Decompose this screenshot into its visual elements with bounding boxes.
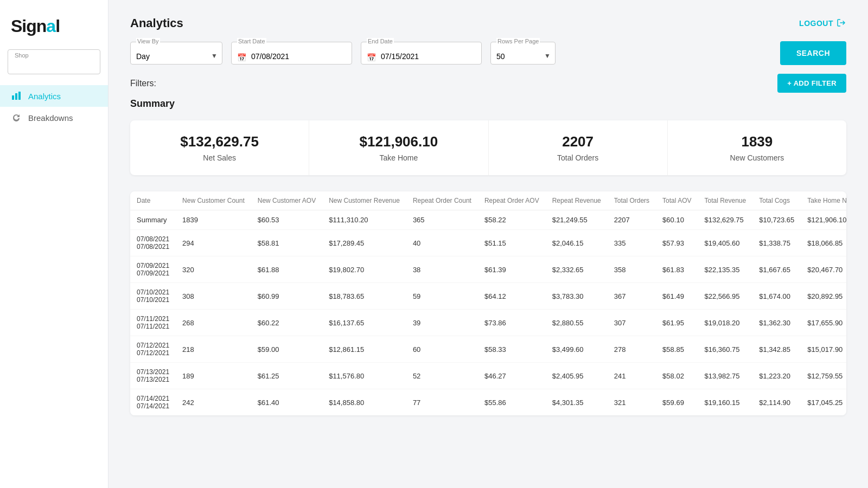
logo: Signal — [11, 16, 60, 36]
col-new-customer-revenue: New Customer Revenue — [322, 191, 406, 210]
cell-ncaov: $58.81 — [251, 230, 322, 256]
filters-row: Filters: + ADD FILTER — [130, 74, 846, 93]
cell-date: 07/13/202107/13/2021 — [130, 363, 176, 389]
kpi-net-sales-label: Net Sales — [141, 153, 298, 162]
cell-ncr: $19,802.70 — [322, 256, 406, 283]
cell-roaov: $46.27 — [478, 363, 546, 389]
cell-tr: $19,160.15 — [698, 389, 752, 416]
cell-ncaov: $61.40 — [251, 389, 322, 416]
cell-tc: $1,342.85 — [752, 336, 801, 363]
cell-roc: 365 — [406, 210, 478, 230]
cell-ncc: 320 — [176, 256, 251, 283]
cell-date: 07/09/202107/09/2021 — [130, 256, 176, 283]
end-date-input[interactable] — [381, 50, 476, 61]
cell-thnr: $18,066.85 — [801, 230, 846, 256]
shop-input[interactable] — [14, 59, 94, 70]
table-body: Summary1839$60.53$111,310.20365$58.22$21… — [130, 210, 846, 416]
logout-label: LOGOUT — [799, 19, 833, 28]
col-total-orders: Total Orders — [608, 191, 656, 210]
kpi-new-customers-value: 1839 — [679, 133, 835, 150]
sidebar-item-analytics[interactable]: Analytics — [0, 85, 108, 107]
kpi-new-customers: 1839 New Customers — [668, 120, 846, 175]
cell-to: 335 — [608, 230, 656, 256]
cell-roaov: $64.12 — [478, 283, 546, 310]
svg-rect-2 — [18, 92, 21, 100]
cell-roc: 52 — [406, 363, 478, 389]
cell-ncaov: $60.22 — [251, 310, 322, 336]
cell-rr: $2,405.95 — [546, 363, 608, 389]
col-total-cogs: Total Cogs — [752, 191, 801, 210]
cell-tc: $1,667.65 — [752, 256, 801, 283]
cell-tc: $1,674.00 — [752, 283, 801, 310]
cell-taov: $60.10 — [656, 210, 698, 230]
cell-taov: $58.85 — [656, 336, 698, 363]
refresh-icon — [11, 112, 22, 123]
kpi-total-orders-value: 2207 — [500, 133, 656, 150]
view-by-select[interactable]: Day Week Month — [136, 50, 216, 61]
cell-date: 07/08/202107/08/2021 — [130, 230, 176, 256]
cell-to: 278 — [608, 336, 656, 363]
col-new-customer-count: New Customer Count — [176, 191, 251, 210]
col-take-home-net-revenue: Take Home Net Revenue — [801, 191, 846, 210]
cell-tc: $1,362.30 — [752, 310, 801, 336]
cell-ncaov: $59.00 — [251, 336, 322, 363]
cell-taov: $61.49 — [656, 283, 698, 310]
kpi-total-orders-label: Total Orders — [500, 153, 656, 162]
cell-rr: $21,249.55 — [546, 210, 608, 230]
data-table: Date New Customer Count New Customer AOV… — [130, 191, 846, 415]
table-row: 07/14/202107/14/2021242$61.40$14,858.807… — [130, 389, 846, 416]
sidebar-item-breakdowns[interactable]: Breakdowns — [0, 107, 108, 129]
cell-tc: $1,338.75 — [752, 230, 801, 256]
end-date-label: End Date — [367, 38, 394, 44]
start-date-field: Start Date 📅 — [231, 42, 352, 65]
cell-roc: 60 — [406, 336, 478, 363]
cell-rr: $2,880.55 — [546, 310, 608, 336]
col-new-customer-aov: New Customer AOV — [251, 191, 322, 210]
start-date-calendar-icon: 📅 — [237, 53, 246, 62]
cell-ncaov: $61.88 — [251, 256, 322, 283]
cell-to: 358 — [608, 256, 656, 283]
logout-button[interactable]: LOGOUT — [799, 18, 846, 29]
svg-rect-0 — [12, 95, 14, 100]
logo-area: Signal — [0, 11, 108, 49]
rows-per-page-label: Rows Per Page — [496, 38, 540, 44]
table-row: 07/11/202107/11/2021268$60.22$16,137.653… — [130, 310, 846, 336]
end-date-calendar-icon: 📅 — [367, 53, 376, 62]
cell-rr: $2,046.15 — [546, 230, 608, 256]
rows-per-page-select[interactable]: 10 25 50 100 — [496, 50, 550, 61]
cell-tc: $10,723.65 — [752, 210, 801, 230]
cell-roc: 40 — [406, 230, 478, 256]
sidebar-nav: Analytics Breakdowns — [0, 85, 108, 129]
cell-thnr: $17,045.25 — [801, 389, 846, 416]
end-date-field: End Date 📅 — [361, 42, 482, 65]
col-repeat-order-count: Repeat Order Count — [406, 191, 478, 210]
sidebar: Signal Shop Analytics Breakdowns — [0, 0, 108, 488]
cell-ncaov: $61.25 — [251, 363, 322, 389]
cell-ncaov: $60.53 — [251, 210, 322, 230]
cell-ncr: $16,137.65 — [322, 310, 406, 336]
cell-ncc: 308 — [176, 283, 251, 310]
cell-thnr: $20,467.70 — [801, 256, 846, 283]
cell-date: Summary — [130, 210, 176, 230]
filters-label: Filters: — [130, 79, 156, 88]
cell-tc: $2,114.90 — [752, 389, 801, 416]
add-filter-button[interactable]: + ADD FILTER — [777, 74, 846, 93]
cell-ncr: $11,576.80 — [322, 363, 406, 389]
cell-thnr: $12,759.55 — [801, 363, 846, 389]
cell-ncr: $14,858.80 — [322, 389, 406, 416]
cell-rr: $3,499.60 — [546, 336, 608, 363]
cell-taov: $58.02 — [656, 363, 698, 389]
view-by-label: View By — [136, 38, 160, 44]
cell-thnr: $121,906.10 — [801, 210, 846, 230]
col-repeat-revenue: Repeat Revenue — [546, 191, 608, 210]
shop-field: Shop — [8, 49, 100, 74]
search-button[interactable]: SEARCH — [780, 41, 846, 65]
logout-icon — [837, 18, 846, 29]
cell-ncc: 294 — [176, 230, 251, 256]
cell-roaov: $73.86 — [478, 310, 546, 336]
cell-taov: $61.95 — [656, 310, 698, 336]
cell-to: 307 — [608, 310, 656, 336]
cell-tr: $13,982.75 — [698, 363, 752, 389]
cell-taov: $57.93 — [656, 230, 698, 256]
start-date-input[interactable] — [251, 50, 346, 61]
